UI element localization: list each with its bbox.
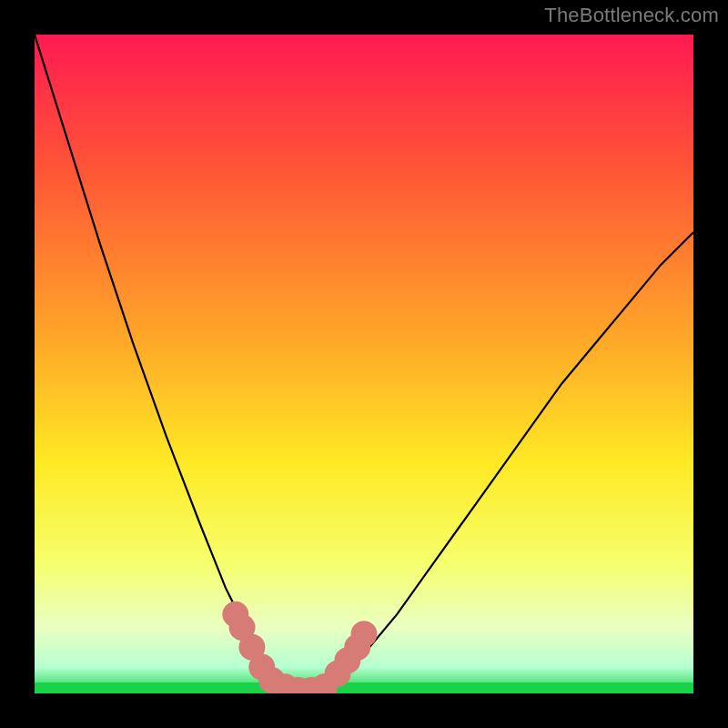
outer-frame: TheBottleneck.com [0, 0, 728, 728]
green-stripe [35, 682, 693, 693]
plot-area [35, 35, 693, 693]
gradient-background [35, 35, 693, 693]
chart-svg [35, 35, 693, 693]
marker-point [351, 621, 378, 647]
watermark-text: TheBottleneck.com [544, 4, 719, 27]
